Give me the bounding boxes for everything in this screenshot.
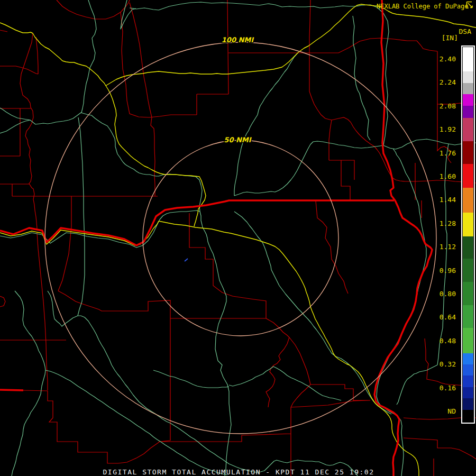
legend-color-cell xyxy=(463,364,473,376)
map-background xyxy=(0,0,476,476)
legend-tick-label: 1.92 xyxy=(440,125,456,133)
legend-cells xyxy=(463,47,473,422)
legend-tick-label: 1.44 xyxy=(440,196,456,204)
legend-color-cell xyxy=(463,188,473,213)
legend-color-cell xyxy=(463,83,473,94)
legend-color-cell xyxy=(463,305,473,328)
legend-color-cell xyxy=(463,118,473,141)
legend-color-cell xyxy=(463,94,473,106)
legend-tick-label: 1.76 xyxy=(440,149,456,157)
range-ring-label-100nmi: 100 NMI xyxy=(222,36,254,44)
legend-tick-label: 1.28 xyxy=(440,219,456,227)
legend-color-cell xyxy=(463,387,473,398)
legend-color-cell xyxy=(463,328,473,353)
radar-display: 100 NMI 50 NMI 2.402.242.081.921.761.601… xyxy=(0,0,476,476)
legend-tick-label: 1.12 xyxy=(440,243,456,251)
legend-color-cell xyxy=(463,410,473,422)
legend-color-cell xyxy=(463,141,473,164)
legend-tick-label: ND xyxy=(447,407,456,415)
legend-color-cell xyxy=(463,259,473,282)
legend-color-cell xyxy=(463,353,473,364)
legend-tick-label: 0.64 xyxy=(440,313,456,321)
legend-color-cell xyxy=(463,398,473,410)
legend-color-cell xyxy=(463,106,473,118)
legend-color-cell xyxy=(463,282,473,305)
legend-color-cell xyxy=(463,71,473,83)
legend-tick-label: 0.48 xyxy=(440,337,456,345)
product-caption: DIGITAL STORM TOTAL ACCUMULATION - KPDT … xyxy=(103,468,374,476)
legend-color-cell xyxy=(463,376,473,387)
legend-tick-label: 1.60 xyxy=(440,172,456,180)
legend-tick-label: 2.40 xyxy=(440,55,456,63)
legend-tick-label: 2.08 xyxy=(440,102,456,110)
product-code-label: DSA xyxy=(459,28,472,35)
legend-tick-label: 0.16 xyxy=(440,384,456,392)
legend-tick-label: 0.80 xyxy=(440,290,456,298)
radar-map: 100 NMI 50 NMI 2.402.242.081.921.761.601… xyxy=(0,0,476,476)
legend-color-cell xyxy=(463,236,473,259)
nexlab-watermark: NEXLAB College of DuPage xyxy=(377,3,468,10)
legend-color-cell xyxy=(463,213,473,236)
legend-tick-label: 0.32 xyxy=(440,360,456,368)
legend-tick-label: 0.96 xyxy=(440,267,456,274)
units-label: [IN] xyxy=(442,34,458,42)
legend-tick-label: 2.24 xyxy=(440,78,456,86)
range-ring-label-50nmi: 50 NMI xyxy=(224,136,252,144)
legend-color-cell xyxy=(463,164,473,188)
legend-color-cell xyxy=(463,47,473,71)
